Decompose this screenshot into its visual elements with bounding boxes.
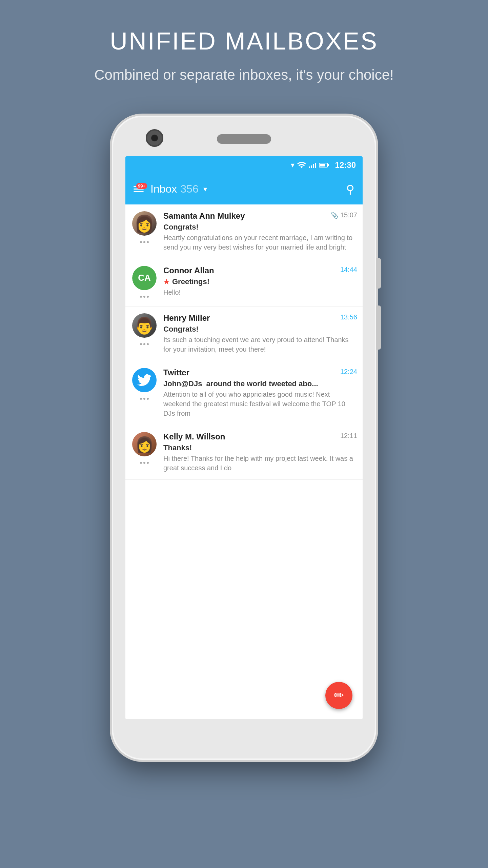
- avatar: [132, 313, 157, 338]
- email-preview: Attention to all of you who appriciates …: [163, 390, 357, 418]
- email-content: Samanta Ann Mulkey 📎 15:07 Congrats! Hea…: [158, 211, 357, 252]
- sender-name: Henry Miller: [163, 313, 210, 323]
- email-content: Connor Allan 14:44 ★ Greetings! Hello!: [158, 266, 357, 299]
- avatar-column: [131, 432, 158, 473]
- phone-screen: ▾: [125, 156, 363, 719]
- sender-name: Connor Allan: [163, 266, 214, 275]
- avatar: [132, 368, 157, 392]
- front-camera: [146, 129, 163, 147]
- more-options-icon[interactable]: [140, 241, 149, 243]
- inbox-count: 356: [180, 183, 198, 195]
- email-list: Samanta Ann Mulkey 📎 15:07 Congrats! Hea…: [125, 204, 363, 480]
- avatar-column: CA: [131, 266, 158, 299]
- email-header: Connor Allan 14:44: [163, 266, 357, 275]
- edit-icon: ✏: [334, 688, 344, 703]
- phone-frame: ▾: [112, 116, 376, 760]
- search-icon[interactable]: ⚲: [346, 182, 354, 196]
- email-subject: Congrats!: [163, 223, 357, 232]
- menu-button[interactable]: 99+: [134, 186, 144, 192]
- dropdown-arrow-icon: ▾: [203, 185, 207, 194]
- email-content: Twitter 12:24 John@DJs_around the world …: [158, 368, 357, 418]
- more-options-icon[interactable]: [140, 343, 149, 345]
- sender-name: Twitter: [163, 368, 189, 377]
- email-time: 📎 15:07: [331, 211, 357, 219]
- sender-name: Samanta Ann Mulkey: [163, 211, 245, 221]
- email-header: Kelly M. Willson 12:11: [163, 432, 357, 441]
- page-title: UNIFIED MAILBOXES: [110, 27, 378, 55]
- list-item[interactable]: Kelly M. Willson 12:11 Thanks! Hi there!…: [125, 425, 363, 480]
- list-item[interactable]: CA Connor Allan 14:44: [125, 259, 363, 307]
- more-options-icon[interactable]: [140, 462, 149, 464]
- unread-badge: 99+: [136, 183, 147, 189]
- signal-icon: [309, 162, 316, 168]
- email-preview: Its such a touching event we are very pr…: [163, 335, 357, 354]
- phone-speaker: [217, 134, 271, 144]
- email-content: Henry Miller 13:56 Congrats! Its such a …: [158, 313, 357, 354]
- email-subject: Congrats!: [163, 325, 357, 334]
- email-subject: ★ Greetings!: [163, 277, 357, 286]
- avatar: [132, 211, 157, 236]
- email-preview: Heartly congratulations on your recent m…: [163, 233, 357, 252]
- email-preview: Hi there! Thanks for the help with my pr…: [163, 454, 357, 473]
- list-item[interactable]: Henry Miller 13:56 Congrats! Its such a …: [125, 307, 363, 361]
- inbox-title[interactable]: Inbox 356 ▾: [150, 183, 346, 195]
- email-time: 12:24: [340, 368, 357, 376]
- sender-name: Kelly M. Willson: [163, 432, 225, 441]
- email-header: Henry Miller 13:56: [163, 313, 357, 323]
- email-subject: John@DJs_around the world tweeted abo...: [163, 379, 357, 388]
- avatar-column: [131, 211, 158, 252]
- list-item[interactable]: Samanta Ann Mulkey 📎 15:07 Congrats! Hea…: [125, 204, 363, 259]
- avatar: CA: [132, 266, 157, 290]
- email-time: 13:56: [340, 313, 357, 321]
- page-subtitle: Combined or separate inboxes, it's your …: [54, 65, 434, 85]
- email-time: 14:44: [340, 266, 357, 274]
- battery-icon: [319, 163, 329, 167]
- volume-button-1: [376, 258, 381, 289]
- attachment-icon: 📎: [331, 212, 338, 219]
- app-toolbar: 99+ Inbox 356 ▾ ⚲: [125, 174, 363, 204]
- avatar: [132, 432, 157, 456]
- compose-fab[interactable]: ✏: [325, 682, 352, 709]
- status-time: 12:30: [335, 160, 356, 170]
- volume-button-2: [376, 305, 381, 350]
- wifi-icon: ▾: [291, 161, 294, 170]
- status-bar: ▾: [125, 156, 363, 174]
- email-time: 12:11: [340, 432, 357, 440]
- email-preview: Hello!: [163, 288, 357, 297]
- twitter-icon: [137, 373, 151, 387]
- email-header: Twitter 12:24: [163, 368, 357, 377]
- phone-mockup: ▾: [112, 116, 376, 760]
- inbox-label: Inbox: [150, 183, 177, 195]
- email-header: Samanta Ann Mulkey 📎 15:07: [163, 211, 357, 221]
- more-options-icon[interactable]: [140, 398, 149, 400]
- list-item[interactable]: Twitter 12:24 John@DJs_around the world …: [125, 361, 363, 425]
- status-icons: ▾: [291, 160, 356, 170]
- avatar-column: [131, 313, 158, 354]
- email-subject: Thanks!: [163, 443, 357, 452]
- avatar-initials-text: CA: [138, 273, 151, 283]
- star-icon: ★: [163, 278, 169, 286]
- avatar-column: [131, 368, 158, 418]
- email-content: Kelly M. Willson 12:11 Thanks! Hi there!…: [158, 432, 357, 473]
- wifi-icon: [297, 162, 306, 169]
- more-options-icon[interactable]: [140, 296, 149, 298]
